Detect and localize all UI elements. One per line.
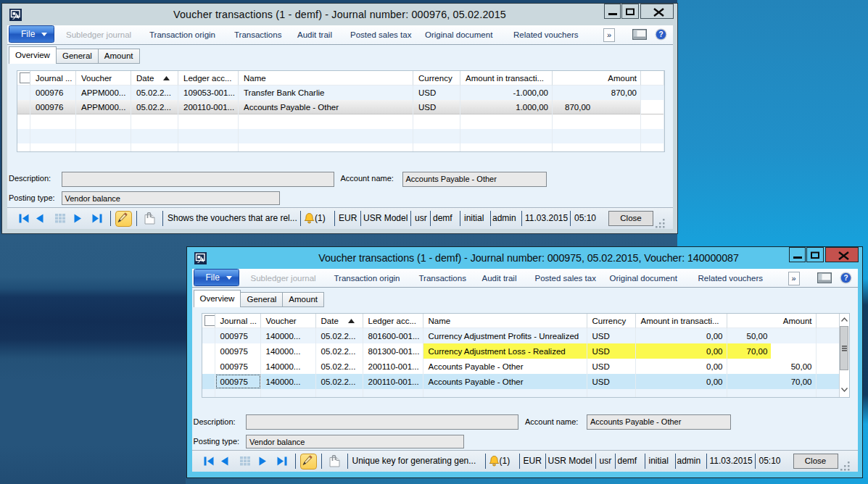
svg-text:?: ? (658, 30, 663, 38)
svg-text:?: ? (843, 274, 848, 282)
